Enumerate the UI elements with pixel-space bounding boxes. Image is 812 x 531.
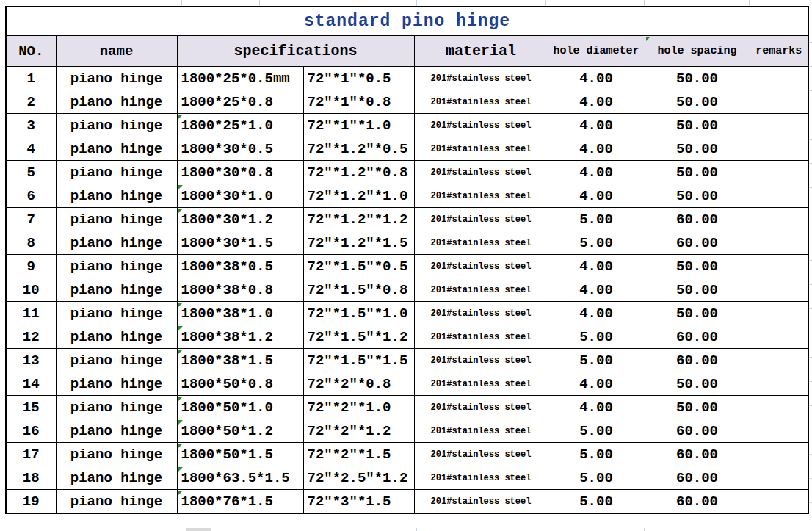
- cell-no[interactable]: 17: [6, 443, 56, 466]
- cell-hole-spacing[interactable]: 50.00: [645, 302, 750, 325]
- cell-hole-diameter[interactable]: 4.00: [548, 90, 645, 114]
- cell-spec-mm[interactable]: 1800*50*0.8: [177, 372, 303, 396]
- cell-material[interactable]: 201#stainless steel: [414, 184, 548, 208]
- cell-spec-inch[interactable]: 72″*3″*1.5: [303, 490, 414, 514]
- cell-remarks[interactable]: [750, 184, 808, 208]
- cell-no[interactable]: 15: [6, 396, 56, 419]
- cell-no[interactable]: 11: [6, 302, 56, 325]
- cell-hole-spacing[interactable]: 50.00: [645, 90, 750, 114]
- cell-spec-inch[interactable]: 72″*1″*1.0: [303, 114, 414, 137]
- cell-remarks[interactable]: [750, 161, 808, 184]
- cell-hole-diameter[interactable]: 4.00: [548, 67, 645, 90]
- cell-hole-spacing[interactable]: 60.00: [645, 325, 750, 349]
- cell-name[interactable]: piano hinge: [56, 490, 177, 514]
- cell-hole-spacing[interactable]: 50.00: [645, 137, 750, 161]
- cell-no[interactable]: 5: [6, 161, 56, 184]
- cell-hole-diameter[interactable]: 5.00: [548, 208, 645, 231]
- cell-spec-mm[interactable]: 1800*50*1.0: [177, 396, 303, 419]
- cell-spec-inch[interactable]: 72″*1.5″*1.5: [303, 349, 414, 372]
- cell-spec-mm[interactable]: 1800*38*0.5: [177, 255, 303, 278]
- cell-spec-inch[interactable]: 72″*1.5″*0.5: [303, 255, 414, 278]
- cell-remarks[interactable]: [750, 419, 808, 443]
- cell-spec-mm[interactable]: 1800*50*1.5: [177, 443, 303, 466]
- cell-hole-diameter[interactable]: 4.00: [548, 396, 645, 419]
- cell-remarks[interactable]: [750, 302, 808, 325]
- cell-material[interactable]: 201#stainless steel: [414, 419, 548, 443]
- cell-spec-mm[interactable]: 1800*50*1.2: [177, 419, 303, 443]
- col-header-no[interactable]: NO.: [6, 36, 56, 67]
- cell-spec-inch[interactable]: 72″*1.5″*1.0: [303, 302, 414, 325]
- cell-spec-mm[interactable]: 1800*63.5*1.5: [177, 466, 303, 490]
- table-title[interactable]: standard pino hinge: [6, 7, 808, 36]
- cell-hole-spacing[interactable]: 60.00: [645, 490, 750, 514]
- cell-hole-spacing[interactable]: 50.00: [645, 278, 750, 302]
- cell-material[interactable]: 201#stainless steel: [414, 349, 548, 372]
- cell-no[interactable]: 12: [6, 325, 56, 349]
- cell-name[interactable]: piano hinge: [56, 443, 177, 466]
- cell-no[interactable]: 16: [6, 419, 56, 443]
- cell-material[interactable]: 201#stainless steel: [414, 302, 548, 325]
- cell-hole-spacing[interactable]: 50.00: [645, 372, 750, 396]
- cell-hole-spacing[interactable]: 50.00: [645, 396, 750, 419]
- cell-hole-diameter[interactable]: 5.00: [548, 466, 645, 490]
- cell-material[interactable]: 201#stainless steel: [414, 231, 548, 255]
- cell-remarks[interactable]: [750, 278, 808, 302]
- cell-hole-spacing[interactable]: 50.00: [645, 184, 750, 208]
- cell-hole-spacing[interactable]: 60.00: [645, 231, 750, 255]
- cell-hole-spacing[interactable]: 60.00: [645, 349, 750, 372]
- cell-no[interactable]: 19: [6, 490, 56, 514]
- cell-hole-spacing[interactable]: 60.00: [645, 466, 750, 490]
- cell-spec-mm[interactable]: 1800*38*1.2: [177, 325, 303, 349]
- cell-no[interactable]: 2: [6, 90, 56, 114]
- cell-name[interactable]: piano hinge: [56, 396, 177, 419]
- cell-hole-spacing[interactable]: 60.00: [645, 443, 750, 466]
- cell-remarks[interactable]: [750, 255, 808, 278]
- cell-hole-diameter[interactable]: 4.00: [548, 255, 645, 278]
- cell-remarks[interactable]: [750, 396, 808, 419]
- cell-name[interactable]: piano hinge: [56, 325, 177, 349]
- cell-remarks[interactable]: [750, 349, 808, 372]
- cell-spec-inch[interactable]: 72″*1.5″*0.8: [303, 278, 414, 302]
- cell-hole-spacing[interactable]: 50.00: [645, 67, 750, 90]
- cell-hole-spacing[interactable]: 50.00: [645, 114, 750, 137]
- cell-hole-spacing[interactable]: 60.00: [645, 419, 750, 443]
- cell-spec-inch[interactable]: 72″*2″*1.5: [303, 443, 414, 466]
- cell-hole-diameter[interactable]: 5.00: [548, 419, 645, 443]
- cell-spec-mm[interactable]: 1800*38*1.0: [177, 302, 303, 325]
- cell-name[interactable]: piano hinge: [56, 349, 177, 372]
- cell-name[interactable]: piano hinge: [56, 114, 177, 137]
- cell-no[interactable]: 1: [6, 67, 56, 90]
- cell-spec-mm[interactable]: 1800*38*1.5: [177, 349, 303, 372]
- cell-material[interactable]: 201#stainless steel: [414, 278, 548, 302]
- cell-spec-mm[interactable]: 1800*30*1.2: [177, 208, 303, 231]
- cell-spec-inch[interactable]: 72″*1.2″*1.5: [303, 231, 414, 255]
- cell-hole-diameter[interactable]: 4.00: [548, 278, 645, 302]
- cell-remarks[interactable]: [750, 466, 808, 490]
- cell-no[interactable]: 3: [6, 114, 56, 137]
- cell-spec-inch[interactable]: 72″*2″*1.0: [303, 396, 414, 419]
- cell-name[interactable]: piano hinge: [56, 67, 177, 90]
- cell-no[interactable]: 9: [6, 255, 56, 278]
- cell-spec-mm[interactable]: 1800*76*1.5: [177, 490, 303, 514]
- cell-remarks[interactable]: [750, 372, 808, 396]
- cell-hole-diameter[interactable]: 4.00: [548, 372, 645, 396]
- cell-spec-inch[interactable]: 72″*1″*0.5: [303, 67, 414, 90]
- cell-remarks[interactable]: [750, 231, 808, 255]
- cell-spec-inch[interactable]: 72″*1.2″*0.5: [303, 137, 414, 161]
- cell-name[interactable]: piano hinge: [56, 231, 177, 255]
- col-header-material[interactable]: material: [414, 36, 548, 67]
- cell-spec-mm[interactable]: 1800*25*1.0: [177, 114, 303, 137]
- cell-hole-diameter[interactable]: 5.00: [548, 325, 645, 349]
- cell-material[interactable]: 201#stainless steel: [414, 396, 548, 419]
- cell-remarks[interactable]: [750, 325, 808, 349]
- cell-remarks[interactable]: [750, 114, 808, 137]
- cell-spec-inch[interactable]: 72″*1.5″*1.2: [303, 325, 414, 349]
- cell-spec-inch[interactable]: 72″*1.2″*1.0: [303, 184, 414, 208]
- cell-no[interactable]: 8: [6, 231, 56, 255]
- cell-material[interactable]: 201#stainless steel: [414, 255, 548, 278]
- cell-hole-diameter[interactable]: 5.00: [548, 490, 645, 514]
- cell-spec-mm[interactable]: 1800*38*0.8: [177, 278, 303, 302]
- cell-spec-inch[interactable]: 72″*1.2″*1.2: [303, 208, 414, 231]
- cell-remarks[interactable]: [750, 490, 808, 514]
- cell-spec-mm[interactable]: 1800*30*1.5: [177, 231, 303, 255]
